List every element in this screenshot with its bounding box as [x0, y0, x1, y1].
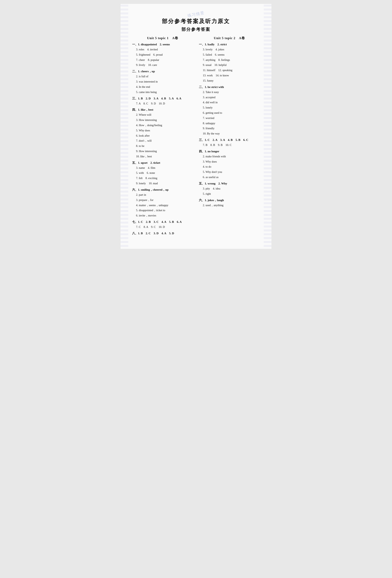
- section-right-3-header: 三、1. C 2. A 3. A 4. B 5. B 6. C: [199, 138, 260, 142]
- section-right-2: 二、1. be strict with 2. Take it easy 3. a…: [199, 85, 260, 136]
- list-item: 4. matter，seems，unhappy: [136, 203, 193, 208]
- section-left-7-header: 七、1. C 2. B 3. C 4. A 5. B 6. A: [132, 220, 193, 224]
- section-right-3: 三、1. C 2. A 3. A 4. B 5. B 6. C 7. B 8. …: [199, 138, 260, 148]
- list-item: 5. Why don't you: [203, 169, 260, 175]
- section-right-4-header: 四、1. no longer: [199, 149, 260, 153]
- section-right-5-header: 五、1. wrong 2. Why: [199, 182, 260, 186]
- section-left-6-header: 六、1. smiling，cheered，up: [132, 188, 193, 192]
- list-item: 3. How interesting: [136, 117, 193, 123]
- list-item: 3. roles 4. invited: [136, 47, 193, 52]
- section-left-5-header: 五、1. upset 2. ticket: [132, 161, 193, 165]
- list-item: 9. usual 10. helpful: [203, 62, 260, 68]
- section-left-2-header: 二、1. cheers，up: [132, 70, 193, 73]
- left-column: Unit 5 topic 1 A卷 一、1. disappointed 2. s…: [132, 36, 193, 237]
- section-right-2-header: 二、1. be strict with: [199, 85, 260, 89]
- list-item: 15. funny: [203, 78, 260, 83]
- section-left-1-header: 一、1. disappointed 2. seems: [132, 43, 193, 46]
- page: 练习情景 部分参考答案及听力原文 部分参考答案 Unit 5 topic 1 A…: [120, 4, 272, 249]
- section-left-3: 三、1. B 2. D 3. A 4. B 5. A 6. A 7. A 8. …: [132, 97, 193, 106]
- list-item: 2. Take it easy: [203, 90, 260, 95]
- section-right-6-header: 六、1. jokes，laugh: [199, 198, 260, 202]
- list-item: 4. to do: [203, 164, 260, 169]
- section-right-1-header: 一、1. badly 2. strict: [199, 43, 260, 46]
- list-item: 9. How interesting: [136, 149, 193, 154]
- list-item: 3. accepted: [203, 95, 260, 100]
- list-item: 8. to be: [136, 144, 193, 149]
- list-item: 7. A 8. C 9. D 10. D: [136, 101, 193, 106]
- list-item: 5. lonely: [203, 105, 260, 110]
- watermark-stamp: 练习情景: [187, 10, 205, 18]
- stamp-area: 练习情景: [132, 12, 260, 17]
- list-item: 9. lively 10. care: [136, 62, 193, 68]
- list-item: 3. Why does: [203, 159, 260, 164]
- list-item: 2. make friends with: [203, 154, 260, 159]
- list-item: 4. How，doing/feeling: [136, 123, 193, 128]
- list-item: 6. invite，movies: [136, 213, 193, 218]
- list-item: 3. was interested in: [136, 79, 193, 84]
- section-left-3-header: 三、1. B 2. D 3. A 4. B 5. A 6. A: [132, 97, 193, 100]
- section-left-4: 四、1. like，best 2. Where will 3. How inte…: [132, 108, 193, 159]
- right-unit-title: Unit 5 topic 2 A卷: [199, 36, 260, 40]
- section-left-7: 七、1. C 2. B 3. C 4. A 5. B 6. A 7. C 8. …: [132, 220, 193, 230]
- list-item: 3. name 4. film: [136, 165, 193, 171]
- section-left-2: 二、1. cheers，up 2. is full of 3. was inte…: [132, 70, 193, 95]
- list-item: 5. Why does: [136, 128, 193, 133]
- list-item: 7. felt 8. exciting: [136, 176, 193, 181]
- section-left-1: 一、1. disappointed 2. seems 3. roles 4. i…: [132, 43, 193, 68]
- list-item: 6. getting used to: [203, 110, 260, 115]
- list-item: 2. is full of: [136, 74, 193, 79]
- list-item: 5. came into being: [136, 90, 193, 95]
- list-item: 5. right: [203, 191, 260, 196]
- section-left-6: 六、1. smiling，cheered，up 2. part in 3. pr…: [132, 188, 193, 218]
- section-right-1: 一、1. badly 2. strict 3. lovely 4. jokes …: [199, 43, 260, 83]
- list-item: 2. Where will: [136, 112, 193, 117]
- section-left-8-header: 八、1. B 2. C 3. D 4. A 5. D: [132, 232, 193, 235]
- list-item: 9. friendly: [203, 126, 260, 131]
- left-unit-title: Unit 5 topic 1 A卷: [132, 36, 193, 40]
- list-item: 6. look after: [136, 133, 193, 138]
- list-item: 5. with 6. none: [136, 170, 193, 176]
- list-item: 3. prepare，for: [136, 197, 193, 203]
- list-item: 2. part in: [136, 192, 193, 197]
- list-item: 7. C 8. A 9. C 10. D: [136, 224, 193, 230]
- section-left-8: 八、1. B 2. C 3. D 4. A 5. D: [132, 232, 193, 235]
- right-column: Unit 5 topic 2 A卷 一、1. badly 2. strict 3…: [199, 36, 260, 237]
- list-item: 5. disappointed，ticket to: [136, 208, 193, 213]
- list-item: 10. By the way: [203, 131, 260, 136]
- list-item: 5. frightened 6. proud: [136, 52, 193, 57]
- list-item: 13. work 14. to know: [203, 73, 260, 78]
- list-item: 10. like，best: [136, 154, 193, 159]
- list-item: 3. lovely 4. jokes: [203, 47, 260, 52]
- two-column-layout: Unit 5 topic 1 A卷 一、1. disappointed 2. s…: [132, 36, 260, 237]
- list-item: 3. pity 4. idea: [203, 186, 260, 191]
- section-right-4: 四、1. no longer 2. make friends with 3. W…: [199, 149, 260, 180]
- list-item: 4. In the end: [136, 84, 193, 90]
- section-left-5: 五、1. upset 2. ticket 3. name 4. film 5. …: [132, 161, 193, 186]
- list-item: 7. cheer 8. popular: [136, 57, 193, 63]
- list-item: 7. B 8. B 9. B 10. C: [203, 143, 260, 148]
- main-title: 部分参考答案及听力原文: [132, 18, 260, 25]
- list-item: 8. unhappy: [203, 121, 260, 126]
- sub-title: 部分参考答案: [132, 27, 260, 32]
- list-item: 2. used，anything: [203, 203, 260, 208]
- section-right-6: 六、1. jokes，laugh 2. used，anything: [199, 198, 260, 208]
- list-item: 11. himself 12. speaking: [203, 68, 260, 73]
- list-item: 6. as useful as: [203, 175, 260, 180]
- list-item: 4. did well in: [203, 100, 260, 105]
- list-item: 7. don't，will: [136, 138, 193, 144]
- list-item: 9. lonely 10. mad: [136, 181, 193, 186]
- section-left-4-header: 四、1. like，best: [132, 108, 193, 112]
- list-item: 5. failed 6. seems: [203, 52, 260, 57]
- section-right-5: 五、1. wrong 2. Why 3. pity 4. idea 5. rig…: [199, 182, 260, 196]
- list-item: 7. worried: [203, 115, 260, 121]
- list-item: 7. anything 8. feelings: [203, 57, 260, 63]
